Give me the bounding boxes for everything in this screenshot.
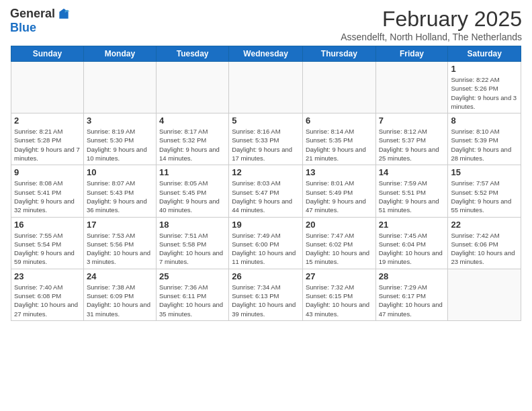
day-header-wednesday: Wednesday bbox=[229, 46, 303, 62]
day-info: Sunrise: 7:51 AM Sunset: 5:58 PM Dayligh… bbox=[159, 231, 226, 267]
calendar-cell: 17Sunrise: 7:53 AM Sunset: 5:56 PM Dayli… bbox=[83, 217, 156, 269]
calendar-cell: 23Sunrise: 7:40 AM Sunset: 6:08 PM Dayli… bbox=[11, 269, 84, 320]
day-info: Sunrise: 7:34 AM Sunset: 6:13 PM Dayligh… bbox=[232, 283, 300, 318]
day-number: 28 bbox=[379, 271, 445, 281]
calendar-week-1: 2Sunrise: 8:21 AM Sunset: 5:28 PM Daylig… bbox=[11, 113, 521, 165]
calendar-table: SundayMondayTuesdayWednesdayThursdayFrid… bbox=[11, 46, 521, 321]
calendar-cell bbox=[375, 62, 448, 113]
day-info: Sunrise: 7:32 AM Sunset: 6:15 PM Dayligh… bbox=[306, 283, 373, 318]
calendar-cell: 16Sunrise: 7:55 AM Sunset: 5:54 PM Dayli… bbox=[11, 217, 84, 269]
logo-blue-text: Blue bbox=[10, 21, 71, 35]
title-section: February 2025 Assendelft, North Holland,… bbox=[341, 7, 522, 42]
day-number: 20 bbox=[306, 220, 373, 230]
calendar-cell: 28Sunrise: 7:29 AM Sunset: 6:17 PM Dayli… bbox=[375, 269, 448, 320]
calendar-cell: 7Sunrise: 8:12 AM Sunset: 5:37 PM Daylig… bbox=[375, 113, 448, 165]
month-title: February 2025 bbox=[341, 7, 522, 32]
calendar-cell: 9Sunrise: 8:08 AM Sunset: 5:41 PM Daylig… bbox=[11, 165, 84, 217]
day-number: 11 bbox=[159, 167, 226, 177]
day-info: Sunrise: 8:17 AM Sunset: 5:32 PM Dayligh… bbox=[159, 127, 226, 163]
day-header-sunday: Sunday bbox=[11, 46, 84, 62]
day-info: Sunrise: 7:42 AM Sunset: 6:06 PM Dayligh… bbox=[451, 231, 518, 267]
day-number: 4 bbox=[159, 116, 226, 126]
day-info: Sunrise: 8:19 AM Sunset: 5:30 PM Dayligh… bbox=[87, 127, 153, 163]
calendar-cell: 13Sunrise: 8:01 AM Sunset: 5:49 PM Dayli… bbox=[302, 165, 375, 217]
calendar-cell: 4Sunrise: 8:17 AM Sunset: 5:32 PM Daylig… bbox=[156, 113, 228, 165]
day-info: Sunrise: 8:01 AM Sunset: 5:49 PM Dayligh… bbox=[306, 179, 373, 214]
day-header-thursday: Thursday bbox=[302, 46, 375, 62]
day-number: 23 bbox=[14, 271, 81, 281]
day-info: Sunrise: 8:05 AM Sunset: 5:45 PM Dayligh… bbox=[159, 179, 226, 214]
logo: General Blue bbox=[10, 7, 71, 35]
day-info: Sunrise: 8:07 AM Sunset: 5:43 PM Dayligh… bbox=[87, 179, 153, 214]
day-headers-row: SundayMondayTuesdayWednesdayThursdayFrid… bbox=[11, 46, 521, 62]
calendar-cell: 5Sunrise: 8:16 AM Sunset: 5:33 PM Daylig… bbox=[229, 113, 303, 165]
day-number: 5 bbox=[232, 116, 300, 126]
calendar-cell: 6Sunrise: 8:14 AM Sunset: 5:35 PM Daylig… bbox=[302, 113, 375, 165]
day-number: 26 bbox=[232, 271, 300, 281]
calendar-cell: 18Sunrise: 7:51 AM Sunset: 5:58 PM Dayli… bbox=[156, 217, 228, 269]
day-number: 14 bbox=[379, 167, 445, 177]
calendar-cell bbox=[83, 62, 156, 113]
calendar-cell: 22Sunrise: 7:42 AM Sunset: 6:06 PM Dayli… bbox=[448, 217, 521, 269]
day-number: 22 bbox=[451, 220, 518, 230]
day-number: 19 bbox=[232, 220, 300, 230]
calendar-week-0: 1Sunrise: 8:22 AM Sunset: 5:26 PM Daylig… bbox=[11, 62, 521, 113]
day-header-friday: Friday bbox=[375, 46, 448, 62]
day-number: 12 bbox=[232, 167, 300, 177]
calendar-cell: 11Sunrise: 8:05 AM Sunset: 5:45 PM Dayli… bbox=[156, 165, 228, 217]
day-info: Sunrise: 8:21 AM Sunset: 5:28 PM Dayligh… bbox=[14, 127, 81, 163]
day-info: Sunrise: 7:45 AM Sunset: 6:04 PM Dayligh… bbox=[379, 231, 445, 267]
day-info: Sunrise: 7:57 AM Sunset: 5:52 PM Dayligh… bbox=[451, 179, 518, 214]
day-number: 16 bbox=[14, 220, 81, 230]
header: General Blue February 2025 Assendelft, N… bbox=[0, 0, 532, 46]
day-header-monday: Monday bbox=[83, 46, 156, 62]
day-number: 21 bbox=[379, 220, 445, 230]
day-info: Sunrise: 7:36 AM Sunset: 6:11 PM Dayligh… bbox=[159, 283, 226, 318]
day-info: Sunrise: 7:40 AM Sunset: 6:08 PM Dayligh… bbox=[14, 283, 81, 318]
calendar-page: General Blue February 2025 Assendelft, N… bbox=[0, 0, 532, 411]
day-number: 15 bbox=[451, 167, 518, 177]
calendar-cell: 12Sunrise: 8:03 AM Sunset: 5:47 PM Dayli… bbox=[229, 165, 303, 217]
calendar-cell bbox=[302, 62, 375, 113]
day-number: 6 bbox=[306, 116, 373, 126]
calendar-week-3: 16Sunrise: 7:55 AM Sunset: 5:54 PM Dayli… bbox=[11, 217, 521, 269]
logo-general-text: General bbox=[10, 7, 55, 21]
calendar-cell: 1Sunrise: 8:22 AM Sunset: 5:26 PM Daylig… bbox=[448, 62, 521, 113]
calendar-wrapper: SundayMondayTuesdayWednesdayThursdayFrid… bbox=[0, 46, 532, 326]
calendar-week-2: 9Sunrise: 8:08 AM Sunset: 5:41 PM Daylig… bbox=[11, 165, 521, 217]
calendar-cell: 15Sunrise: 7:57 AM Sunset: 5:52 PM Dayli… bbox=[448, 165, 521, 217]
calendar-cell bbox=[11, 62, 84, 113]
day-info: Sunrise: 7:53 AM Sunset: 5:56 PM Dayligh… bbox=[87, 231, 153, 267]
day-number: 9 bbox=[14, 167, 81, 177]
calendar-cell: 20Sunrise: 7:47 AM Sunset: 6:02 PM Dayli… bbox=[302, 217, 375, 269]
day-info: Sunrise: 8:10 AM Sunset: 5:39 PM Dayligh… bbox=[451, 127, 518, 163]
calendar-cell: 25Sunrise: 7:36 AM Sunset: 6:11 PM Dayli… bbox=[156, 269, 228, 320]
calendar-cell: 3Sunrise: 8:19 AM Sunset: 5:30 PM Daylig… bbox=[83, 113, 156, 165]
calendar-cell: 14Sunrise: 7:59 AM Sunset: 5:51 PM Dayli… bbox=[375, 165, 448, 217]
day-number: 8 bbox=[451, 116, 518, 126]
day-number: 27 bbox=[306, 271, 373, 281]
day-info: Sunrise: 7:55 AM Sunset: 5:54 PM Dayligh… bbox=[14, 231, 81, 267]
day-info: Sunrise: 7:38 AM Sunset: 6:09 PM Dayligh… bbox=[87, 283, 153, 318]
day-info: Sunrise: 7:49 AM Sunset: 6:00 PM Dayligh… bbox=[232, 231, 300, 267]
calendar-cell: 27Sunrise: 7:32 AM Sunset: 6:15 PM Dayli… bbox=[302, 269, 375, 320]
calendar-cell: 2Sunrise: 8:21 AM Sunset: 5:28 PM Daylig… bbox=[11, 113, 84, 165]
day-info: Sunrise: 8:16 AM Sunset: 5:33 PM Dayligh… bbox=[232, 127, 300, 163]
day-info: Sunrise: 7:47 AM Sunset: 6:02 PM Dayligh… bbox=[306, 231, 373, 267]
calendar-cell: 26Sunrise: 7:34 AM Sunset: 6:13 PM Dayli… bbox=[229, 269, 303, 320]
day-number: 17 bbox=[87, 220, 153, 230]
calendar-cell bbox=[156, 62, 228, 113]
calendar-header: SundayMondayTuesdayWednesdayThursdayFrid… bbox=[11, 46, 521, 62]
calendar-cell: 8Sunrise: 8:10 AM Sunset: 5:39 PM Daylig… bbox=[448, 113, 521, 165]
day-number: 24 bbox=[87, 271, 153, 281]
day-info: Sunrise: 7:59 AM Sunset: 5:51 PM Dayligh… bbox=[379, 179, 445, 214]
calendar-cell: 24Sunrise: 7:38 AM Sunset: 6:09 PM Dayli… bbox=[83, 269, 156, 320]
day-number: 10 bbox=[87, 167, 153, 177]
day-number: 3 bbox=[87, 116, 153, 126]
calendar-cell: 10Sunrise: 8:07 AM Sunset: 5:43 PM Dayli… bbox=[83, 165, 156, 217]
location-title: Assendelft, North Holland, The Netherlan… bbox=[341, 32, 522, 42]
day-number: 13 bbox=[306, 167, 373, 177]
day-number: 2 bbox=[14, 116, 81, 126]
day-number: 25 bbox=[159, 271, 226, 281]
calendar-cell: 21Sunrise: 7:45 AM Sunset: 6:04 PM Dayli… bbox=[375, 217, 448, 269]
